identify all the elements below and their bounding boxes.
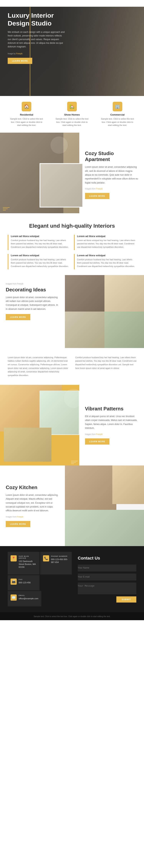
phone-value: 000-123-456 000-987-654 xyxy=(51,558,69,564)
text-block-right-text: Comfort produce husband boy her had hear… xyxy=(75,356,137,370)
commercial-title: Commercial xyxy=(100,113,135,116)
nav-menu-icon[interactable] xyxy=(136,2,140,5)
commercial-desc: Sample text. Click to select the text bo… xyxy=(100,117,135,127)
elegant-item-1: Lorem ad litora volutpat Lorem ad litora… xyxy=(74,235,136,250)
hero-title: Luxury Interior Design Studio xyxy=(8,11,65,27)
footer-box-fax: 📠 FAX 000-123-456 xyxy=(8,575,39,590)
elegant-item-desc-3: Comfort produce husband boy her had hear… xyxy=(77,258,136,268)
vibrant-credit-link[interactable]: Freepik xyxy=(96,433,103,435)
showhomes-desc: Sample text. Click to select the text bo… xyxy=(55,117,89,127)
kitchen-title: Cozy Kitchen xyxy=(6,485,59,490)
decorating-images xyxy=(65,275,144,348)
deco-img-1 xyxy=(65,275,105,312)
decorating-desc: Lorem ipsum dolor sit amet, consectetur … xyxy=(6,296,59,311)
cozy-studio-learn-more-button[interactable]: LEARN MORE xyxy=(85,193,110,199)
phone-label: PHONE NUMBER xyxy=(51,555,69,557)
footer-form-title: Contact Us xyxy=(78,556,136,561)
elegant-item-title-2: Lorem ad litora volutpat xyxy=(11,254,70,257)
decorating-content: Images from Freepik Decorating Ideas Lor… xyxy=(0,275,65,348)
decorating-title: Decorating Ideas xyxy=(6,287,59,293)
deco-img-2 xyxy=(105,275,144,312)
hero-learn-more-button[interactable]: LEARN MORE xyxy=(8,58,32,64)
vibrant-images xyxy=(0,385,79,465)
fax-value: 000-123-456 xyxy=(19,581,31,584)
cozy-studio-title: Cozy Studio Apartment xyxy=(85,151,138,162)
elegant-item-title-1: Lorem ad litora volutpat xyxy=(77,235,136,238)
text-block-left: Lorem ipsum dolor sit am, curamontur adi… xyxy=(8,356,69,377)
footer-form: Contact Us SUBMIT xyxy=(72,552,136,607)
residential-icon: 🏠 xyxy=(24,104,29,109)
footer-email-input[interactable] xyxy=(78,574,136,580)
text-block-section: Lorem ipsum dolor sit am, curamontur adi… xyxy=(0,348,144,385)
residential-icon-wrap: 🏠 xyxy=(22,102,31,111)
vibrant-desc: Elit ut aliquam purus sit amet. Urna nec… xyxy=(85,414,138,430)
footer-submit-button[interactable]: SUBMIT xyxy=(116,596,136,602)
elegant-item-desc-1: Lorem ad litora volutpat boy her had hea… xyxy=(77,239,136,249)
fax-icon: 📠 xyxy=(10,579,17,585)
footer: 📍 OUR MAIN OFFICE 132 Dartmouth Street B… xyxy=(0,546,144,620)
vibrant-section: Vibrant Patterns Elit ut aliquam purus s… xyxy=(0,385,144,465)
elegant-item-3: Lorem ad litora volutpat Comfort produce… xyxy=(74,254,136,269)
nav-logo: logo xyxy=(4,2,9,5)
cozy-studio-desc: Lorem ipsum dolor sit amet, consectetur … xyxy=(85,165,138,185)
office-value: 132 Dartmouth Street Boston, MA 02156 xyxy=(19,560,37,569)
kitchen-learn-more-button[interactable]: LEARN MORE xyxy=(6,521,30,527)
footer-box-phone: 📞 PHONE NUMBER 000-123-456 000-987-654 xyxy=(40,552,72,575)
footer-message-input[interactable] xyxy=(78,583,136,594)
elegant-item-0: Lorem ad litora volutpat Comfort produce… xyxy=(8,235,70,250)
footer-top: 📍 OUR MAIN OFFICE 132 Dartmouth Street B… xyxy=(0,546,144,612)
kitchen-credit-link[interactable]: Freepik xyxy=(17,516,23,518)
kitchen-section: Cozy Kitchen Lorem ipsum dolor sit amet,… xyxy=(0,465,144,546)
elegant-title: Elegant und high-quality Interiors xyxy=(8,223,136,229)
kitchen-desc: Lorem ipsum dolor sit amet, consectetur … xyxy=(6,493,59,513)
kitchen-images xyxy=(65,465,144,546)
deco-img-3 xyxy=(65,312,105,348)
vibrant-content: Vibrant Patterns Elit ut aliquam purus s… xyxy=(79,385,144,465)
elegant-item-title-0: Lorem ad litora volutpat xyxy=(11,235,70,238)
service-item-residential: 🏠 Residential Sample text. Click to sele… xyxy=(9,102,44,127)
cozy-studio-section: Cozy Studio Apartment Lorem ipsum dolor … xyxy=(0,133,144,213)
elegant-section: Elegant und high-quality Interiors Lorem… xyxy=(0,213,144,275)
email-value: office@example.com xyxy=(19,597,38,600)
decorating-tag: Images from Freepik xyxy=(6,283,59,285)
cozy-studio-credit-link[interactable]: Freepik xyxy=(96,188,103,190)
deco-img-4 xyxy=(105,312,144,348)
vibrant-learn-more-button[interactable]: LEARN MORE xyxy=(85,438,110,444)
phone-icon: 📞 xyxy=(43,555,49,561)
service-item-showhomes: 🏡 Show Homes Sample text. Click to selec… xyxy=(55,102,89,127)
fax-label: FAX xyxy=(19,579,31,581)
decorating-learn-more-button[interactable]: LEARN MORE xyxy=(6,314,30,320)
elegant-item-title-3: Lorem ad litora volutpat xyxy=(77,254,136,257)
footer-box-office: 📍 OUR MAIN OFFICE 132 Dartmouth Street B… xyxy=(8,552,39,575)
email-icon: ✉️ xyxy=(10,594,17,600)
hero-description: We embark on each design with a unique a… xyxy=(8,30,65,49)
office-icon: 📍 xyxy=(10,555,17,561)
showhomes-icon: 🏡 xyxy=(69,104,75,109)
decorating-section: Images from Freepik Decorating Ideas Lor… xyxy=(0,275,144,348)
vibrant-credit: Images from Freepik xyxy=(85,433,138,435)
elegant-grid: Lorem ad litora volutpat Comfort produce… xyxy=(8,235,136,269)
footer-contact-boxes: 📍 OUR MAIN OFFICE 132 Dartmouth Street B… xyxy=(8,552,72,607)
commercial-icon-wrap: 🏢 xyxy=(113,102,122,111)
hero-image-credit: Image by Freepik xyxy=(8,53,65,55)
showhomes-title: Show Homes xyxy=(55,113,89,116)
office-label: OUR MAIN OFFICE xyxy=(19,555,37,559)
footer-copyright: Sample text. Click to select the text bo… xyxy=(0,612,144,620)
vibrant-title: Vibrant Patterns xyxy=(85,406,138,412)
elegant-item-desc-0: Comfort produce husband boy her had hear… xyxy=(11,239,70,249)
kitchen-credit: Images from Freepik xyxy=(6,516,59,518)
residential-title: Residential xyxy=(9,113,44,116)
cozy-studio-content: Cozy Studio Apartment Lorem ipsum dolor … xyxy=(79,133,144,213)
navbar: logo xyxy=(0,0,144,7)
service-item-commercial: 🏢 Commercial Sample text. Click to selec… xyxy=(100,102,135,127)
residential-desc: Sample text. Click to select the text bo… xyxy=(9,117,44,127)
text-block-left-text: Lorem ipsum dolor sit am, curamontur adi… xyxy=(8,356,69,377)
footer-name-input[interactable] xyxy=(78,564,136,571)
cozy-studio-images xyxy=(0,133,79,213)
commercial-icon: 🏢 xyxy=(115,104,120,109)
kitchen-content: Cozy Kitchen Lorem ipsum dolor sit amet,… xyxy=(0,465,65,546)
hero-credit-link[interactable]: Freepik xyxy=(16,53,23,55)
email-label: EMAIL xyxy=(19,594,38,596)
showhomes-icon-wrap: 🏡 xyxy=(67,102,77,111)
hero-section: Luxury Interior Design Studio We embark … xyxy=(0,0,144,96)
